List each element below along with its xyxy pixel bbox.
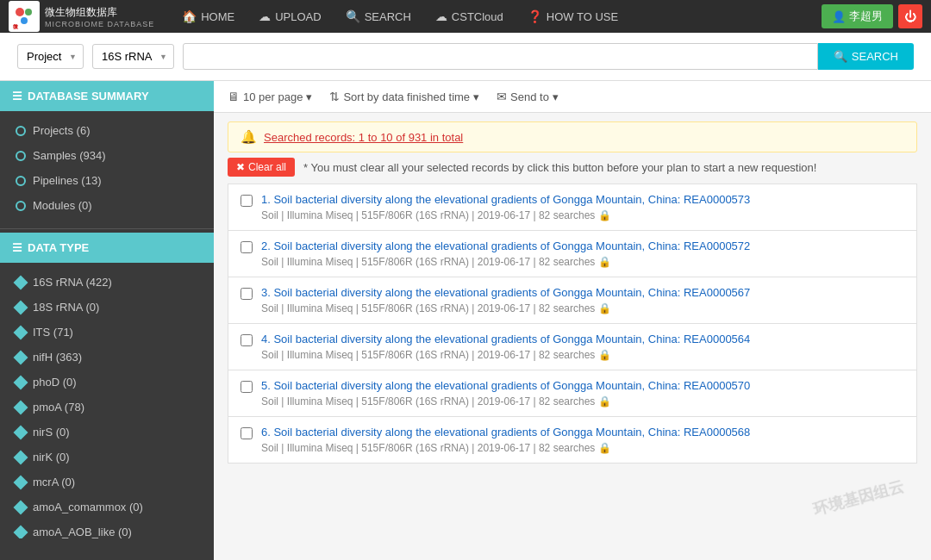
sidebar-item-16s[interactable]: 16S rRNA (422) bbox=[0, 270, 214, 295]
sidebar-item-nirs[interactable]: nirS (0) bbox=[0, 420, 214, 445]
result-item-2: 3. Soil bacterial diversity along the el… bbox=[228, 277, 917, 324]
clear-message: * You must clear all your selected recor… bbox=[303, 161, 816, 174]
result-checkbox-4[interactable] bbox=[241, 381, 253, 393]
logo-icon: 微 bbox=[9, 1, 40, 32]
sort-icon: ⇅ bbox=[329, 90, 340, 103]
lock-icon-1: 🔒 bbox=[598, 256, 611, 268]
lock-icon-3: 🔒 bbox=[598, 349, 611, 361]
pmoa-label: pmoA (78) bbox=[33, 401, 84, 414]
nav-upload[interactable]: ☁ UPLOAD bbox=[248, 4, 331, 28]
result-title-2[interactable]: 3. Soil bacterial diversity along the el… bbox=[261, 286, 750, 299]
diamond-icon-nifh bbox=[14, 350, 28, 364]
search-nav-icon: 🔍 bbox=[346, 9, 360, 23]
content: 🖥 10 per page ▾ ⇅ Sort by data finished … bbox=[214, 81, 931, 560]
sidebar-item-amoa-aob[interactable]: amoA_AOB_like (0) bbox=[0, 520, 214, 538]
chevron-down-icon-perpage: ▾ bbox=[306, 90, 312, 103]
nav-cstcloud[interactable]: ☁ CSTCloud bbox=[425, 4, 514, 28]
result-item-4: 5. Soil bacterial diversity along the el… bbox=[228, 370, 917, 417]
per-page-button[interactable]: 🖥 10 per page ▾ bbox=[228, 88, 312, 105]
result-meta-text-3: Soil | Illumina Miseq | 515F/806R (16S r… bbox=[261, 349, 595, 361]
result-row-2: 3. Soil bacterial diversity along the el… bbox=[228, 277, 916, 323]
svg-point-2 bbox=[25, 9, 32, 16]
diamond-icon-18s bbox=[14, 300, 28, 314]
project-select[interactable]: Project bbox=[17, 44, 84, 69]
sidebar-item-amoa-comm[interactable]: amoA_comammox (0) bbox=[0, 495, 214, 520]
search-input[interactable] bbox=[183, 43, 818, 70]
diamond-icon-phod bbox=[14, 375, 28, 389]
sidebar-item-pmoa[interactable]: pmoA (78) bbox=[0, 395, 214, 420]
result-meta-text-2: Soil | Illumina Miseq | 515F/806R (16S r… bbox=[261, 302, 595, 314]
result-title-1[interactable]: 2. Soil bacterial diversity along the el… bbox=[261, 240, 750, 252]
result-title-4[interactable]: 5. Soil bacterial diversity along the el… bbox=[261, 379, 750, 392]
nav-howto-label: HOW TO USE bbox=[547, 10, 618, 23]
result-checkbox-3[interactable] bbox=[241, 334, 253, 346]
help-icon: ❓ bbox=[528, 9, 542, 23]
sidebar-item-phod[interactable]: phoD (0) bbox=[0, 370, 214, 395]
sidebar-item-projects[interactable]: Projects (6) bbox=[0, 118, 214, 143]
sort-by-button[interactable]: ⇅ Sort by data finished time ▾ bbox=[329, 88, 479, 105]
clear-all-button[interactable]: ✖ Clear all bbox=[228, 158, 295, 177]
sidebar-item-its[interactable]: ITS (71) bbox=[0, 320, 214, 345]
data-type-label: DATA TYPE bbox=[28, 241, 89, 254]
nav-search[interactable]: 🔍 SEARCH bbox=[335, 4, 422, 28]
per-page-label: 10 per page bbox=[243, 90, 303, 103]
nav-home-label: HOME bbox=[201, 10, 234, 23]
send-to-label: Send to bbox=[510, 90, 549, 103]
nav-right: 👤 李超男 ⏻ bbox=[822, 4, 922, 28]
diamond-icon-pmoa bbox=[14, 400, 28, 414]
clear-btn-label: Clear all bbox=[248, 161, 286, 173]
chevron-down-icon-sort: ▾ bbox=[473, 90, 479, 103]
sidebar-item-pipelines[interactable]: Pipelines (13) bbox=[0, 168, 214, 193]
sidebar-item-modules[interactable]: Modules (0) bbox=[0, 193, 214, 218]
search-button[interactable]: 🔍 SEARCH bbox=[818, 43, 914, 70]
nav-search-label: SEARCH bbox=[365, 10, 411, 23]
sidebar-divider-1 bbox=[0, 228, 214, 229]
search-btn-label: SEARCH bbox=[852, 50, 898, 63]
notice-link[interactable]: Searched records: 1 to 10 of 931 in tota… bbox=[264, 131, 463, 144]
toolbar: 🖥 10 per page ▾ ⇅ Sort by data finished … bbox=[214, 81, 931, 113]
amoa-comm-label: amoA_comammox (0) bbox=[33, 501, 143, 513]
cloud-icon: ☁ bbox=[435, 9, 447, 23]
result-meta-3: Soil | Illumina Miseq | 515F/806R (16S r… bbox=[261, 349, 904, 361]
sidebar-item-nifh[interactable]: nifH (363) bbox=[0, 345, 214, 370]
diamond-icon-mcra bbox=[14, 475, 28, 489]
lock-icon-4: 🔒 bbox=[598, 395, 611, 408]
navbar: 微 微生物组数据库 MICROBIOME DATABASE 🏠 HOME ☁ U… bbox=[0, 0, 931, 33]
result-checkbox-2[interactable] bbox=[241, 288, 253, 300]
notice-bar: 🔔 Searched records: 1 to 10 of 931 in to… bbox=[228, 121, 917, 152]
nirs-label: nirS (0) bbox=[33, 426, 70, 439]
result-row-4: 5. Soil bacterial diversity along the el… bbox=[228, 370, 916, 416]
result-title-5[interactable]: 6. Soil bacterial diversity along the el… bbox=[261, 426, 750, 439]
circle-icon-modules bbox=[16, 201, 26, 211]
clear-icon: ✖ bbox=[236, 161, 245, 173]
result-body-5: 6. Soil bacterial diversity along the el… bbox=[261, 426, 904, 454]
user-icon: 👤 bbox=[832, 10, 846, 23]
result-meta-text-0: Soil | Illumina Miseq | 515F/806R (16S r… bbox=[261, 209, 595, 221]
result-meta-4: Soil | Illumina Miseq | 515F/806R (16S r… bbox=[261, 395, 904, 408]
16s-label: 16S rRNA (422) bbox=[33, 276, 112, 289]
main-layout: ☰ DATABASE SUMMARY Projects (6) Samples … bbox=[0, 81, 931, 560]
result-checkbox-1[interactable] bbox=[241, 241, 253, 253]
power-button[interactable]: ⏻ bbox=[898, 4, 922, 28]
result-title-0[interactable]: 1. Soil bacterial diversity along the el… bbox=[261, 193, 750, 206]
amoa-aob-label: amoA_AOB_like (0) bbox=[33, 526, 132, 538]
nav-home[interactable]: 🏠 HOME bbox=[172, 4, 245, 28]
send-to-button[interactable]: ✉ Send to ▾ bbox=[497, 88, 559, 105]
lock-icon-0: 🔒 bbox=[598, 209, 611, 221]
nav-howto[interactable]: ❓ HOW TO USE bbox=[517, 4, 628, 28]
result-item-5: 6. Soil bacterial diversity along the el… bbox=[228, 417, 917, 464]
result-checkbox-0[interactable] bbox=[241, 195, 253, 207]
user-button[interactable]: 👤 李超男 bbox=[822, 4, 893, 28]
result-row-0: 1. Soil bacterial diversity along the el… bbox=[228, 184, 916, 230]
svg-point-3 bbox=[21, 17, 28, 24]
sidebar-item-samples[interactable]: Samples (934) bbox=[0, 143, 214, 168]
result-meta-1: Soil | Illumina Miseq | 515F/806R (16S r… bbox=[261, 256, 904, 268]
chevron-down-icon-send: ▾ bbox=[553, 90, 559, 103]
project-select-wrapper: Project bbox=[17, 44, 84, 69]
result-checkbox-5[interactable] bbox=[241, 427, 253, 439]
result-title-3[interactable]: 4. Soil bacterial diversity along the el… bbox=[261, 333, 750, 345]
rrna-select[interactable]: 16S rRNA bbox=[92, 44, 174, 69]
sidebar-item-18s[interactable]: 18S rRNA (0) bbox=[0, 295, 214, 320]
sidebar-item-nirk[interactable]: nirK (0) bbox=[0, 445, 214, 470]
sidebar-item-mcra[interactable]: mcrA (0) bbox=[0, 470, 214, 495]
